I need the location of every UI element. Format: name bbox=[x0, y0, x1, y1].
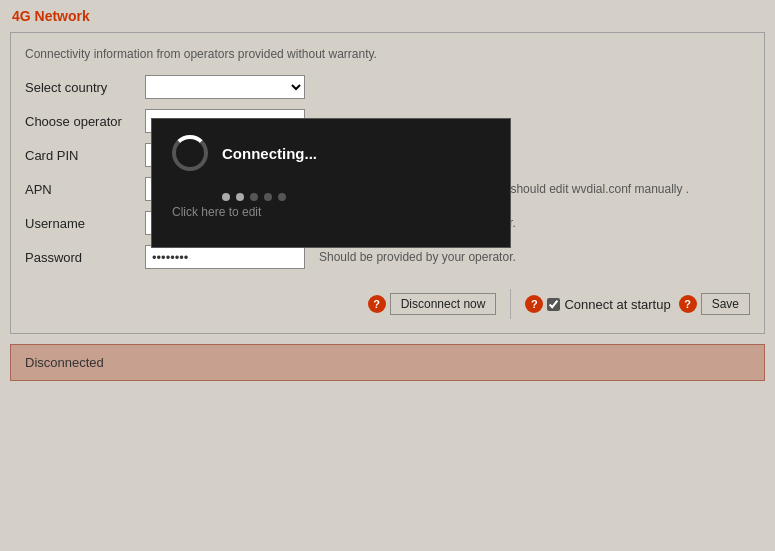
choose-operator-label: Choose operator bbox=[25, 114, 145, 129]
connect-startup-group: ? Connect at startup bbox=[525, 295, 670, 313]
spinner bbox=[172, 135, 208, 171]
status-bar: Disconnected bbox=[10, 344, 765, 381]
actions-separator bbox=[510, 289, 511, 319]
password-label: Password bbox=[25, 250, 145, 265]
password-input[interactable] bbox=[145, 245, 305, 269]
save-group: ? Save bbox=[679, 293, 750, 315]
connect-startup-help-icon[interactable]: ? bbox=[525, 295, 543, 313]
connecting-overlay[interactable]: Connecting... Click here to edit bbox=[151, 118, 511, 248]
save-button[interactable]: Save bbox=[701, 293, 750, 315]
connect-startup-checkbox[interactable] bbox=[547, 298, 560, 311]
actions-row: ? Disconnect now ? Connect at startup ? … bbox=[25, 289, 750, 319]
password-hint: Should be provided by your operator. bbox=[319, 250, 516, 264]
page-title: 4G Network bbox=[0, 0, 775, 32]
select-country-row: Select country bbox=[25, 75, 750, 99]
save-help-icon[interactable]: ? bbox=[679, 295, 697, 313]
disconnect-button[interactable]: Disconnect now bbox=[390, 293, 497, 315]
overlay-title: Connecting... bbox=[222, 145, 317, 162]
overlay-progress-dots bbox=[222, 193, 286, 201]
card-pin-label: Card PIN bbox=[25, 148, 145, 163]
disconnect-group: ? Disconnect now bbox=[368, 293, 497, 315]
select-country-input[interactable] bbox=[145, 75, 305, 99]
info-text: Connectivity information from operators … bbox=[25, 47, 750, 61]
overlay-edit-text[interactable]: Click here to edit bbox=[172, 205, 261, 219]
main-panel: Connectivity information from operators … bbox=[10, 32, 765, 334]
select-country-label: Select country bbox=[25, 80, 145, 95]
disconnect-help-icon[interactable]: ? bbox=[368, 295, 386, 313]
connect-startup-label[interactable]: Connect at startup bbox=[547, 297, 670, 312]
apn-label: APN bbox=[25, 182, 145, 197]
password-row: Password Should be provided by your oper… bbox=[25, 245, 750, 269]
username-label: Username bbox=[25, 216, 145, 231]
